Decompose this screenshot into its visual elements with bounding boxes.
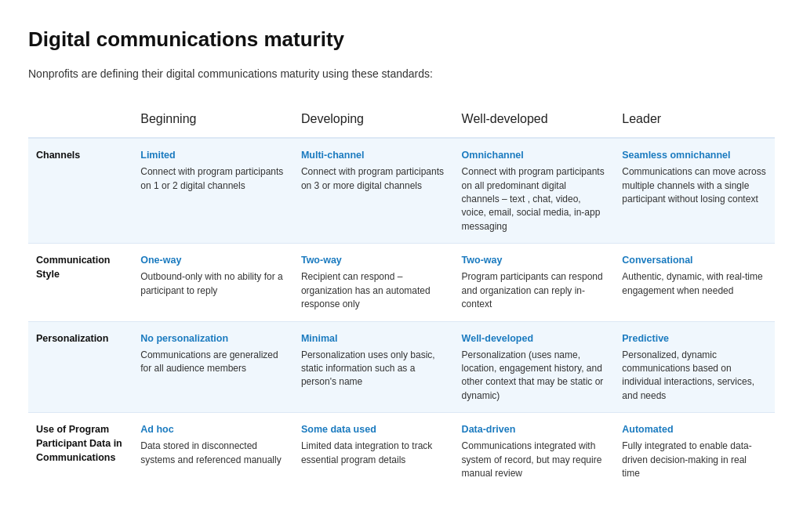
cell-well_developed: Data-drivenCommunications integrated wit… bbox=[454, 413, 615, 490]
cell-title: Seamless omnichannel bbox=[622, 148, 767, 162]
cell-developing: Two-wayRecipient can respond – organizat… bbox=[293, 244, 454, 321]
cell-leader: ConversationalAuthentic, dynamic, with r… bbox=[614, 244, 775, 321]
cell-developing: Multi-channelConnect with program partic… bbox=[293, 138, 454, 244]
cell-leader: AutomatedFully integrated to enable data… bbox=[614, 413, 775, 490]
cell-title: Automated bbox=[622, 422, 767, 436]
cell-title: No personalization bbox=[140, 331, 285, 346]
cell-title: Multi-channel bbox=[301, 148, 446, 162]
table-row: Communication StyleOne-wayOutbound-only … bbox=[28, 244, 775, 321]
cell-body: Connect with program participants on all… bbox=[462, 165, 607, 233]
cell-body: Communications are generalized for all a… bbox=[140, 349, 285, 376]
cell-title: Omnichannel bbox=[462, 148, 607, 162]
cell-body: Connect with program participants on 1 o… bbox=[140, 165, 285, 193]
cell-body: Limited data integration to track essent… bbox=[301, 440, 446, 467]
cell-title: Two-way bbox=[462, 253, 607, 267]
cell-leader: Seamless omnichannelCommunications can m… bbox=[614, 138, 775, 244]
page-title: Digital communications maturity bbox=[28, 25, 775, 55]
cell-title: Some data used bbox=[301, 422, 446, 436]
cell-body: Personalized, dynamic communications bas… bbox=[622, 349, 767, 404]
col-header-label bbox=[28, 103, 133, 138]
cell-well_developed: Two-wayProgram participants can respond … bbox=[454, 244, 615, 321]
cell-title: Well-developed bbox=[462, 331, 607, 346]
table-row: Use of Program Participant Data in Commu… bbox=[28, 413, 775, 490]
cell-title: Predictive bbox=[622, 331, 767, 346]
cell-body: Connect with program participants on 3 o… bbox=[301, 165, 446, 193]
col-header-developing: Developing bbox=[293, 103, 454, 138]
cell-beginning: Ad hocData stored in disconnected system… bbox=[133, 413, 293, 490]
row-label: Use of Program Participant Data in Commu… bbox=[28, 413, 133, 490]
cell-leader: PredictivePersonalized, dynamic communic… bbox=[614, 321, 775, 413]
cell-body: Authentic, dynamic, with real-time engag… bbox=[622, 270, 767, 298]
cell-body: Communications integrated with system of… bbox=[462, 440, 607, 480]
row-label: Communication Style bbox=[28, 244, 133, 321]
cell-beginning: LimitedConnect with program participants… bbox=[133, 138, 293, 244]
cell-beginning: One-wayOutbound-only with no ability for… bbox=[133, 244, 293, 321]
cell-title: Ad hoc bbox=[140, 422, 285, 436]
cell-beginning: No personalizationCommunications are gen… bbox=[133, 321, 293, 413]
table-row: PersonalizationNo personalizationCommuni… bbox=[28, 321, 775, 413]
cell-title: Conversational bbox=[622, 253, 767, 267]
table-row: ChannelsLimitedConnect with program part… bbox=[28, 138, 775, 244]
cell-body: Program participants can respond and org… bbox=[462, 270, 607, 311]
col-header-beginning: Beginning bbox=[133, 103, 293, 138]
cell-body: Personalization uses only basic, static … bbox=[301, 349, 446, 389]
cell-body: Personalization (uses name, location, en… bbox=[462, 349, 607, 404]
col-header-leader: Leader bbox=[614, 103, 775, 138]
cell-developing: Some data usedLimited data integration t… bbox=[293, 413, 454, 490]
cell-title: One-way bbox=[140, 253, 285, 267]
cell-well_developed: Well-developedPersonalization (uses name… bbox=[454, 321, 615, 413]
row-label: Channels bbox=[28, 138, 133, 244]
col-header-well-developed: Well-developed bbox=[454, 103, 615, 138]
cell-developing: MinimalPersonalization uses only basic, … bbox=[293, 321, 454, 413]
page-subtitle: Nonprofits are defining their digital co… bbox=[28, 66, 775, 81]
row-label: Personalization bbox=[28, 321, 133, 413]
cell-body: Communications can move across multiple … bbox=[622, 165, 767, 206]
cell-body: Fully integrated to enable data-driven d… bbox=[622, 440, 767, 480]
cell-body: Recipient can respond – organization has… bbox=[301, 270, 446, 311]
maturity-table: Beginning Developing Well-developed Lead… bbox=[28, 103, 775, 490]
cell-well_developed: OmnichannelConnect with program particip… bbox=[454, 138, 615, 244]
cell-title: Data-driven bbox=[462, 422, 607, 436]
cell-title: Limited bbox=[140, 148, 285, 162]
cell-title: Two-way bbox=[301, 253, 446, 267]
cell-body: Outbound-only with no ability for a part… bbox=[140, 270, 285, 298]
cell-title: Minimal bbox=[301, 331, 446, 346]
cell-body: Data stored in disconnected systems and … bbox=[140, 440, 285, 467]
